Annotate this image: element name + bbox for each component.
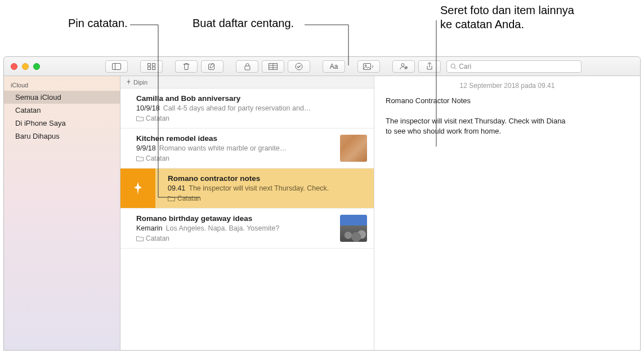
trash-icon — [183, 63, 190, 70]
close-window-button[interactable] — [11, 63, 17, 70]
window-controls — [11, 63, 40, 70]
pin-icon — [132, 182, 144, 195]
note-folder: Catatan — [136, 234, 334, 242]
search-icon — [450, 63, 457, 70]
note-thumbnail — [340, 215, 367, 242]
pinned-section-header: Dipin — [120, 76, 374, 88]
svg-rect-7 — [245, 66, 250, 70]
note-detail-timestamp: 12 September 2018 pada 09.41 — [386, 82, 629, 90]
note-date: Kemarin — [136, 224, 163, 232]
note-title: Romano contractor notes — [168, 174, 367, 183]
sidebar-item-all-icloud[interactable]: Semua iCloud — [4, 91, 120, 104]
grid-icon — [147, 63, 155, 70]
lock-button[interactable] — [236, 60, 258, 73]
note-row[interactable]: Kitchen remodel ideas 9/9/18Romano wants… — [120, 129, 374, 169]
search-input[interactable] — [459, 63, 578, 70]
callout-pin: Pin catatan. — [68, 16, 128, 30]
format-button[interactable]: Aa — [323, 60, 345, 73]
note-folder: Catatan — [168, 194, 367, 202]
folder-icon — [136, 156, 144, 161]
svg-rect-2 — [148, 63, 151, 66]
note-title: Camilla and Bob anniversary — [136, 94, 367, 103]
svg-point-14 — [365, 64, 366, 66]
delete-button[interactable] — [175, 60, 198, 73]
svg-rect-13 — [364, 63, 371, 69]
format-icon: Aa — [330, 63, 338, 70]
note-preview: Call 4-5 days ahead for party reservatio… — [163, 104, 311, 112]
search-field[interactable] — [446, 60, 582, 73]
folder-icon — [168, 196, 175, 201]
note-list: Dipin Camilla and Bob anniversary 10/9/1… — [120, 76, 374, 350]
note-thumbnail — [340, 135, 367, 162]
add-people-icon — [400, 63, 408, 70]
svg-point-19 — [451, 64, 455, 68]
svg-rect-3 — [153, 63, 155, 66]
pin-indicator — [120, 169, 155, 208]
svg-line-20 — [454, 67, 456, 69]
new-note-button[interactable] — [201, 60, 223, 73]
note-date: 09.41 — [168, 184, 185, 192]
note-row[interactable]: Romano birthday getaway ideas KemarinLos… — [120, 209, 374, 249]
sidebar-item-recently-deleted[interactable]: Baru Dihapus — [4, 130, 120, 143]
note-title: Romano birthday getaway ideas — [136, 214, 334, 223]
folder-icon — [136, 236, 144, 241]
svg-rect-5 — [153, 67, 155, 70]
photo-icon — [363, 63, 374, 70]
pin-icon — [126, 79, 131, 85]
checklist-button[interactable] — [288, 60, 310, 73]
note-date: 10/9/18 — [136, 104, 160, 112]
share-button[interactable] — [418, 60, 441, 73]
callout-drag: Seret foto dan item lainnya ke catatan A… — [440, 3, 574, 32]
media-button[interactable] — [357, 60, 380, 73]
minimize-window-button[interactable] — [22, 63, 29, 70]
note-detail-title[interactable]: Romano Contractor Notes — [386, 96, 629, 105]
note-preview: The inspector will visit next Thursday. … — [189, 184, 329, 192]
svg-point-15 — [401, 64, 404, 67]
compose-icon — [208, 63, 216, 70]
notes-window: Aa iCloud Semua iCloud Catatan Di iPhone… — [3, 56, 641, 351]
sidebar-item-notes[interactable]: Catatan — [4, 104, 120, 117]
sidebar-item-on-iphone[interactable]: Di iPhone Saya — [4, 117, 120, 130]
note-detail-body[interactable]: The inspector will visit next Thursday. … — [386, 116, 566, 136]
zoom-window-button[interactable] — [33, 63, 40, 70]
svg-rect-4 — [148, 67, 151, 70]
sidebar-section-icloud: iCloud — [4, 79, 120, 91]
svg-point-12 — [296, 63, 302, 70]
note-detail: 12 September 2018 pada 09.41 Romano Cont… — [374, 76, 640, 350]
toolbar: Aa — [4, 57, 640, 76]
note-row[interactable]: Camilla and Bob anniversary 10/9/18Call … — [120, 88, 374, 129]
lock-icon — [244, 63, 251, 70]
share-icon — [426, 62, 433, 70]
sidebar-icon — [112, 63, 121, 70]
sidebar: iCloud Semua iCloud Catatan Di iPhone Sa… — [4, 76, 120, 350]
note-title: Kitchen remodel ideas — [136, 134, 334, 143]
note-date: 9/9/18 — [136, 144, 156, 152]
gallery-view-button[interactable] — [140, 60, 163, 73]
folder-icon — [136, 116, 144, 121]
add-people-button[interactable] — [392, 60, 415, 73]
note-preview: Romano wants white marble or granite… — [159, 144, 287, 152]
note-folder: Catatan — [136, 114, 367, 122]
svg-rect-0 — [113, 63, 121, 69]
note-row-selected[interactable]: Romano contractor notes 09.41The inspect… — [120, 169, 374, 209]
table-icon — [269, 63, 278, 70]
note-folder: Catatan — [136, 154, 334, 162]
sidebar-toggle-button[interactable] — [105, 60, 128, 73]
note-preview: Los Angeles. Napa. Baja. Yosemite? — [166, 224, 280, 232]
checklist-icon — [295, 63, 303, 70]
table-button[interactable] — [262, 60, 284, 73]
callout-checklist: Buat daftar centang. — [193, 16, 294, 30]
